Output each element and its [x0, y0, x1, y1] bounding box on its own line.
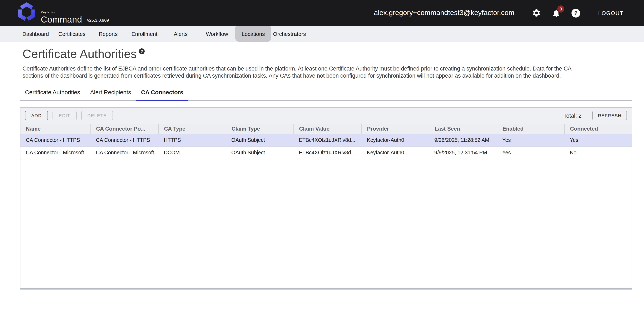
table-row-https[interactable]: CA Connector - HTTPS CA Connector - HTTP… [20, 134, 632, 147]
column-header-ca-connector-pool[interactable]: CA Connector Po... [90, 124, 158, 134]
top-header-bar: Keyfactor Command v25.3.0.909 alex.grego… [0, 0, 644, 26]
cell-connected: No [564, 147, 632, 159]
help-button[interactable]: ? [572, 9, 580, 17]
nav-item-reports[interactable]: Reports [90, 26, 126, 42]
nav-item-enrollment[interactable]: Enrollment [126, 26, 162, 42]
cell-provider: Keyfactor-Auth0 [362, 147, 429, 159]
logout-button[interactable]: LOGOUT [596, 10, 626, 17]
notification-count-badge: 3 [557, 5, 564, 12]
column-header-name[interactable]: Name [20, 124, 90, 134]
nav-item-workflow[interactable]: Workflow [199, 26, 235, 42]
cell-ca-type: HTTPS [158, 134, 226, 147]
grid-toolbar: ADD EDIT DELETE Total: 2 REFRESH [20, 108, 632, 124]
cell-enabled: Yes [497, 147, 564, 159]
tab-alert-recipients[interactable]: Alert Recipients [85, 89, 136, 100]
main-nav: Dashboard Certificates Reports Enrollmen… [0, 26, 644, 42]
cell-pool: CA Connector - HTTPS [90, 134, 158, 147]
app-root: Keyfactor Command v25.3.0.909 alex.grego… [0, 0, 644, 330]
nav-item-orchestrators[interactable]: Orchestrators [271, 26, 308, 42]
cell-last-seen: 9/26/2025, 11:28:52 AM [429, 134, 497, 147]
edit-button[interactable]: EDIT [52, 111, 76, 120]
column-header-connected[interactable]: Connected [564, 124, 632, 134]
column-header-last-seen[interactable]: Last Seen [429, 124, 497, 134]
tab-bar: Certificate Authorities Alert Recipients… [20, 89, 632, 101]
total-count: Total: 2 [563, 113, 582, 119]
add-button[interactable]: ADD [25, 111, 48, 120]
ca-connectors-grid: ADD EDIT DELETE Total: 2 REFRESH Name CA… [20, 107, 632, 289]
cell-pool: CA Connector - Microsoft [90, 147, 158, 159]
cell-connected: Yes [564, 134, 632, 147]
cell-name: CA Connector - Microsoft [20, 147, 90, 159]
brand-command-label: Command [41, 15, 82, 24]
tab-certificate-authorities[interactable]: Certificate Authorities [20, 89, 85, 100]
nav-item-certificates[interactable]: Certificates [54, 26, 90, 42]
user-email: alex.gregory+commandtest3@keyfactor.com [374, 9, 514, 17]
cell-provider: Keyfactor-Auth0 [362, 134, 429, 147]
header-right-controls: alex.gregory+commandtest3@keyfactor.com … [374, 8, 644, 18]
nav-item-locations[interactable]: Locations [235, 26, 271, 42]
nav-item-alerts[interactable]: Alerts [162, 26, 199, 42]
delete-button[interactable]: DELETE [81, 111, 113, 120]
brand-keyfactor-label: Keyfactor [41, 11, 82, 14]
brand-logo[interactable]: Keyfactor Command v25.3.0.909 [17, 2, 109, 24]
tab-ca-connectors[interactable]: CA Connectors [136, 89, 188, 100]
table-header-row: Name CA Connector Po... CA Type Claim Ty… [20, 124, 632, 134]
column-header-ca-type[interactable]: CA Type [158, 124, 226, 134]
refresh-button[interactable]: REFRESH [592, 111, 627, 120]
table-row-microsoft[interactable]: CA Connector - Microsoft CA Connector - … [20, 147, 632, 159]
cell-last-seen: 9/9/2025, 12:31:54 PM [429, 147, 497, 159]
page-description-line1: Certificate Authorities define the list … [22, 65, 622, 72]
cell-ca-type: DCOM [158, 147, 226, 159]
toolbar-right: Total: 2 REFRESH [563, 111, 627, 120]
cell-enabled: Yes [497, 134, 564, 147]
gear-icon [532, 8, 541, 18]
question-mark-icon: ? [572, 9, 580, 17]
ca-connectors-table: Name CA Connector Po... CA Type Claim Ty… [20, 124, 632, 159]
title-help-icon[interactable]: ? [139, 48, 145, 54]
cell-name: CA Connector - HTTPS [20, 134, 90, 147]
page-title: Certificate Authorities [22, 48, 137, 61]
cell-claim-value: ETBc4XOlz1uJXRlv8d... [294, 147, 362, 159]
keyfactor-hexagon-logo-icon [17, 2, 37, 22]
page-description-line2: sections of the dashboard is generated f… [22, 72, 622, 80]
cell-claim-value: ETBc4XOlz1uJXRlv8d... [294, 134, 362, 147]
column-header-enabled[interactable]: Enabled [497, 124, 564, 134]
settings-button[interactable] [532, 8, 541, 18]
version-label: v25.3.0.909 [87, 18, 109, 23]
cell-claim-type: OAuth Subject [226, 134, 294, 147]
brand-text: Keyfactor Command [41, 11, 82, 24]
page-description: Certificate Authorities define the list … [22, 65, 622, 80]
cell-claim-type: OAuth Subject [226, 147, 294, 159]
nav-item-dashboard[interactable]: Dashboard [18, 26, 54, 42]
column-header-claim-value[interactable]: Claim Value [294, 124, 362, 134]
page-title-row: Certificate Authorities ? [22, 48, 644, 61]
notifications-button[interactable]: 3 [552, 9, 561, 17]
column-header-claim-type[interactable]: Claim Type [226, 124, 294, 134]
column-header-provider[interactable]: Provider [362, 124, 429, 134]
